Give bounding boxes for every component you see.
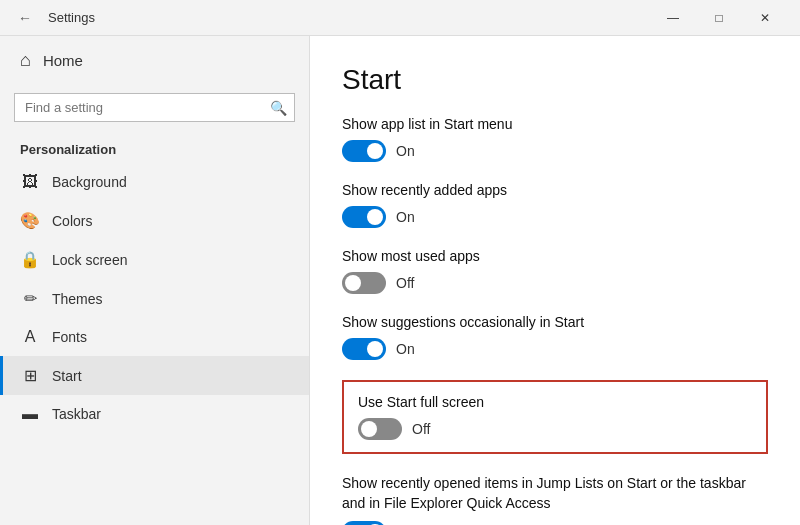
sidebar-item-label: Taskbar [52, 406, 101, 422]
bottom-setting-label: Show recently opened items in Jump Lists… [342, 474, 768, 513]
setting-row-show-recently-added: On [342, 206, 768, 228]
sidebar-item-label: Lock screen [52, 252, 127, 268]
fonts-icon: A [20, 328, 40, 346]
show-most-used-state: Off [396, 275, 414, 291]
show-suggestions-toggle[interactable] [342, 338, 386, 360]
setting-label-show-recently-added: Show recently added apps [342, 182, 768, 198]
sidebar-item-themes[interactable]: ✏ Themes [0, 279, 309, 318]
main-content: Start Show app list in Start menu On Sho… [310, 36, 800, 525]
setting-row-show-app-list: On [342, 140, 768, 162]
bottom-setting-block: Show recently opened items in Jump Lists… [342, 474, 768, 525]
search-input[interactable] [14, 93, 295, 122]
toggle-knob [367, 209, 383, 225]
sidebar-section-title: Personalization [0, 134, 309, 163]
sidebar-item-label: Themes [52, 291, 103, 307]
highlight-setting-label: Use Start full screen [358, 394, 752, 410]
show-app-list-toggle[interactable] [342, 140, 386, 162]
sidebar-item-label: Fonts [52, 329, 87, 345]
highlight-box: Use Start full screen Off [342, 380, 768, 454]
show-most-used-toggle[interactable] [342, 272, 386, 294]
sidebar-items-list: 🖼 Background 🎨 Colors 🔒 Lock screen ✏ Th… [0, 163, 309, 433]
sidebar-item-label: Background [52, 174, 127, 190]
sidebar-item-background[interactable]: 🖼 Background [0, 163, 309, 201]
recently-opened-toggle[interactable] [342, 521, 386, 525]
themes-icon: ✏ [20, 289, 40, 308]
title-bar-left: ← Settings [12, 8, 95, 28]
toggle-knob [361, 421, 377, 437]
sidebar-item-label: Start [52, 368, 82, 384]
colors-icon: 🎨 [20, 211, 40, 230]
home-icon: ⌂ [20, 50, 31, 71]
close-button[interactable]: ✕ [742, 4, 788, 32]
sidebar-search-container: 🔍 [14, 93, 295, 122]
sidebar-item-label: Colors [52, 213, 92, 229]
highlight-state-label: Off [412, 421, 430, 437]
background-icon: 🖼 [20, 173, 40, 191]
settings-list: Show app list in Start menu On Show rece… [342, 116, 768, 360]
sidebar-item-lock-screen[interactable]: 🔒 Lock screen [0, 240, 309, 279]
show-recently-added-toggle[interactable] [342, 206, 386, 228]
taskbar-icon: ▬ [20, 405, 40, 423]
toggle-knob [367, 143, 383, 159]
toggle-knob [367, 341, 383, 357]
window-controls: — □ ✕ [650, 4, 788, 32]
highlight-setting-row: Off [358, 418, 752, 440]
setting-label-show-suggestions: Show suggestions occasionally in Start [342, 314, 768, 330]
home-label: Home [43, 52, 83, 69]
bottom-setting-row: On [342, 521, 768, 525]
setting-label-show-most-used: Show most used apps [342, 248, 768, 264]
sidebar: ⌂ Home 🔍 Personalization 🖼 Background 🎨 … [0, 36, 310, 525]
setting-row-show-most-used: Off [342, 272, 768, 294]
search-icon: 🔍 [270, 100, 287, 116]
show-suggestions-state: On [396, 341, 415, 357]
window-title: Settings [48, 10, 95, 25]
sidebar-home[interactable]: ⌂ Home [0, 36, 309, 85]
page-title: Start [342, 64, 768, 96]
toggle-knob [345, 275, 361, 291]
sidebar-item-taskbar[interactable]: ▬ Taskbar [0, 395, 309, 433]
sidebar-item-colors[interactable]: 🎨 Colors [0, 201, 309, 240]
title-bar: ← Settings — □ ✕ [0, 0, 800, 36]
app-body: ⌂ Home 🔍 Personalization 🖼 Background 🎨 … [0, 36, 800, 525]
show-app-list-state: On [396, 143, 415, 159]
sidebar-item-start[interactable]: ⊞ Start [0, 356, 309, 395]
setting-block-show-suggestions: Show suggestions occasionally in Start O… [342, 314, 768, 360]
start-icon: ⊞ [20, 366, 40, 385]
setting-label-show-app-list: Show app list in Start menu [342, 116, 768, 132]
maximize-button[interactable]: □ [696, 4, 742, 32]
setting-block-show-app-list: Show app list in Start menu On [342, 116, 768, 162]
show-recently-added-state: On [396, 209, 415, 225]
minimize-button[interactable]: — [650, 4, 696, 32]
setting-block-show-most-used: Show most used apps Off [342, 248, 768, 294]
lock-screen-icon: 🔒 [20, 250, 40, 269]
setting-block-show-recently-added: Show recently added apps On [342, 182, 768, 228]
back-button[interactable]: ← [12, 8, 38, 28]
sidebar-item-fonts[interactable]: A Fonts [0, 318, 309, 356]
title-bar-nav: ← [12, 8, 38, 28]
start-full-screen-toggle[interactable] [358, 418, 402, 440]
setting-row-show-suggestions: On [342, 338, 768, 360]
